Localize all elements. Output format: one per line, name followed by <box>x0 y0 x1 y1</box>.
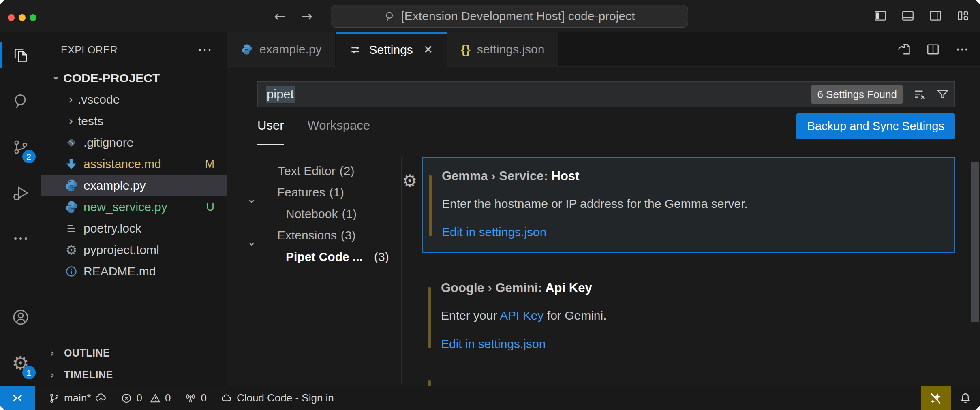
chevron-right-icon: › <box>50 347 64 359</box>
activity-explorer[interactable] <box>0 32 41 78</box>
activity-bar: 2 ⚙ <box>0 32 41 386</box>
search-query-text: pipet <box>266 86 295 103</box>
git-branch-icon <box>49 393 60 404</box>
search-icon <box>12 92 30 110</box>
modified-indicator-bar <box>428 380 431 386</box>
clear-search-icon[interactable] <box>912 87 927 102</box>
close-window-button[interactable] <box>8 14 15 21</box>
outline-section-header[interactable]: › OUTLINE <box>41 342 227 364</box>
settings-badge: 1 <box>22 366 36 379</box>
navigate-back-icon[interactable]: ← <box>274 8 286 24</box>
toggle-panel-icon[interactable] <box>901 9 915 23</box>
more-actions-icon[interactable] <box>955 42 969 57</box>
backup-sync-settings-button[interactable]: Backup and Sync Settings <box>796 113 955 139</box>
tree-item-new-service-py[interactable]: new_service.py U <box>41 196 227 218</box>
edit-in-settings-json-link[interactable]: Edit in settings.json <box>442 224 938 240</box>
activity-account[interactable] <box>0 294 41 340</box>
setting-gemma-service-host[interactable]: Gemma › Service: Host Enter the hostname… <box>422 157 955 253</box>
edit-in-settings-json-link[interactable]: Edit in settings.json <box>441 336 939 352</box>
toggle-primary-sidebar-icon[interactable] <box>873 9 888 23</box>
python-file-icon <box>241 43 253 56</box>
git-file-icon <box>65 136 78 149</box>
window-title: [Extension Development Host] code-projec… <box>401 9 635 23</box>
remote-indicator[interactable] <box>0 386 35 410</box>
explorer-sidebar: EXPLORER ⋯ › CODE-PROJECT › .vscode › te… <box>41 32 227 386</box>
scope-tab-workspace[interactable]: Workspace <box>307 107 370 145</box>
filter-icon[interactable] <box>936 88 950 101</box>
activity-search[interactable] <box>0 78 41 124</box>
modified-indicator-bar <box>428 287 431 348</box>
code-assist-status-item[interactable] <box>921 386 951 410</box>
error-icon <box>121 393 132 404</box>
traffic-lights <box>8 14 36 21</box>
explorer-more-actions-icon[interactable]: ⋯ <box>197 47 213 53</box>
run-debug-icon <box>12 184 30 202</box>
modified-indicator-bar <box>429 175 432 236</box>
navigate-forward-icon[interactable]: → <box>301 8 313 24</box>
ellipsis-icon <box>12 230 30 248</box>
open-changes-icon[interactable] <box>897 42 911 57</box>
settings-scrollbar[interactable] <box>971 162 979 322</box>
spark-slash-icon <box>929 391 943 406</box>
tab-example-py[interactable]: example.py <box>227 32 336 66</box>
tree-item-poetry-lock[interactable]: poetry.lock <box>41 218 227 239</box>
cloud-code-status-item[interactable]: Cloud Code - Sign in <box>220 392 334 404</box>
chevron-down-icon: › <box>49 71 64 85</box>
api-key-link[interactable]: API Key <box>500 309 543 322</box>
settings-scope-row: User Workspace Backup and Sync Settings <box>257 107 955 145</box>
activity-settings[interactable]: ⚙ 1 <box>0 340 41 386</box>
tree-item-tests[interactable]: › tests <box>41 110 227 132</box>
lock-file-icon <box>65 222 78 235</box>
close-tab-icon[interactable]: ✕ <box>424 43 433 56</box>
git-status-badge: M <box>205 158 214 171</box>
broadcast-icon <box>184 392 197 404</box>
status-bar: main* 0 0 0 <box>0 386 980 410</box>
branch-status-item[interactable]: main* <box>49 392 107 404</box>
customize-layout-icon[interactable] <box>956 9 970 23</box>
explorer-title: EXPLORER <box>61 44 118 56</box>
command-center-search[interactable]: [Extension Development Host] code-projec… <box>331 5 688 28</box>
settings-entries: Gemma › Service: Host Enter the hostname… <box>422 157 955 384</box>
setting-google-gemini-text-model[interactable]: Google › Gemini: Text Model <box>422 376 955 386</box>
ports-status-item[interactable]: 0 <box>184 392 206 404</box>
settings-sliders-icon <box>349 43 362 56</box>
tab-settings-json[interactable]: {} settings.json <box>447 32 558 66</box>
bell-icon <box>959 392 972 405</box>
tree-item-vscode[interactable]: › .vscode <box>41 89 227 110</box>
scope-tab-user[interactable]: User <box>257 107 284 145</box>
toggle-secondary-sidebar-icon[interactable] <box>928 9 943 23</box>
tab-bar: example.py Settings ✕ {} settings.json <box>227 32 980 67</box>
activity-source-control[interactable]: 2 <box>0 124 41 170</box>
tree-item-gitignore[interactable]: .gitignore <box>41 132 227 153</box>
activity-run-debug[interactable] <box>0 170 41 216</box>
tree-item-assistance-md[interactable]: assistance.md M <box>41 153 227 175</box>
toml-gear-icon: ⚙ <box>66 243 77 256</box>
problems-status-item[interactable]: 0 0 <box>121 392 171 404</box>
settings-search-input[interactable]: pipet 6 Settings Found <box>257 81 955 107</box>
notifications-item[interactable] <box>951 386 980 410</box>
git-status-badge: U <box>206 201 214 214</box>
results-count-badge: 6 Settings Found <box>811 85 903 104</box>
zoom-window-button[interactable] <box>30 14 36 21</box>
split-editor-icon[interactable] <box>926 42 940 57</box>
cloud-icon <box>220 392 233 404</box>
setting-gear-icon[interactable]: ⚙ <box>402 171 417 191</box>
tree-item-readme-md[interactable]: README.md <box>41 261 227 282</box>
chevron-right-icon: › <box>64 114 78 128</box>
tree-item-example-py[interactable]: example.py <box>41 175 227 196</box>
tree-item-pyproject-toml[interactable]: ⚙ pyproject.toml <box>41 239 227 261</box>
toc-separator <box>401 157 402 384</box>
editor-area: example.py Settings ✕ {} settings.json <box>227 32 980 386</box>
tab-settings[interactable]: Settings ✕ <box>336 32 447 67</box>
markdown-file-icon <box>64 157 78 171</box>
minimize-window-button[interactable] <box>19 14 26 21</box>
timeline-section-header[interactable]: › TIMELINE <box>41 364 227 386</box>
toc-features[interactable]: › Features (1) <box>227 182 401 203</box>
tree-root-code-project[interactable]: › CODE-PROJECT <box>41 67 227 89</box>
remote-brackets-icon <box>11 391 24 405</box>
files-icon <box>12 47 30 64</box>
activity-more-views[interactable] <box>0 216 41 261</box>
setting-google-gemini-api-key[interactable]: Google › Gemini: Api Key Enter your API … <box>422 269 955 364</box>
toc-extensions[interactable]: › Extensions (3) <box>227 224 401 246</box>
chevron-right-icon: › <box>50 369 64 381</box>
